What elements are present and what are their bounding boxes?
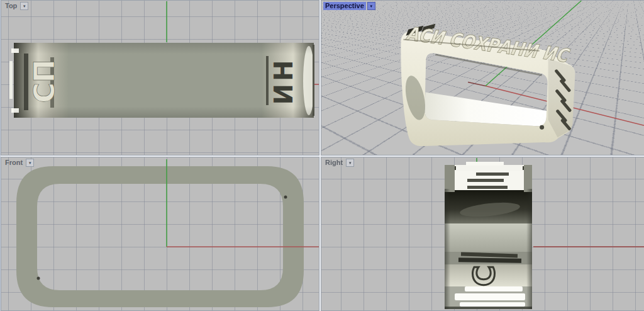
- viewport-right-menu-button[interactable]: ▼: [346, 159, 354, 167]
- viewport-top-title[interactable]: Top: [3, 2, 19, 10]
- front-view-model: [16, 166, 304, 307]
- viewport-right[interactable]: С Right: [321, 157, 644, 311]
- viewport-right-header: Right ▼: [323, 159, 354, 167]
- right-bottom-letter: С: [467, 265, 501, 286]
- top-view-canvas[interactable]: СП ИН: [1, 1, 319, 155]
- perspective-ring-model: АСИ СОХРАНИ ИС: [401, 23, 575, 146]
- viewport-perspective-menu-button[interactable]: ▼: [367, 2, 375, 10]
- viewport-top-header: Top ▼: [3, 2, 28, 10]
- chevron-down-icon: ▼: [369, 4, 373, 8]
- viewport-perspective-title[interactable]: Perspective: [323, 2, 366, 10]
- right-view-canvas[interactable]: С: [321, 157, 644, 310]
- cad-four-viewport-workspace: СП ИН Top ▼: [0, 0, 644, 311]
- front-view-canvas[interactable]: [1, 157, 319, 310]
- persp-axis-x-negative: [468, 82, 486, 86]
- chevron-down-icon: ▼: [28, 161, 32, 165]
- top-view-model: СП ИН: [9, 43, 314, 118]
- viewport-top-menu-button[interactable]: ▼: [20, 2, 28, 10]
- viewport-perspective[interactable]: АСИ СОХРАНИ ИС Perspective ▼: [321, 0, 644, 156]
- viewport-front-header: Front ▼: [3, 159, 34, 167]
- viewport-top[interactable]: СП ИН Top ▼: [1, 0, 319, 156]
- perspective-scene[interactable]: АСИ СОХРАНИ ИС: [321, 1, 644, 155]
- viewport-perspective-header: Perspective ▼: [323, 2, 375, 10]
- viewport-front[interactable]: Front ▼: [1, 157, 319, 311]
- chevron-down-icon: ▼: [23, 4, 26, 8]
- chevron-down-icon: ▼: [348, 161, 352, 165]
- viewport-right-title[interactable]: Right: [323, 159, 345, 167]
- perspective-canvas[interactable]: АСИ СОХРАНИ ИС: [321, 1, 644, 155]
- right-view-model: С: [445, 162, 532, 309]
- ring-corner-speck: [540, 125, 544, 130]
- viewport-front-menu-button[interactable]: ▼: [26, 159, 34, 167]
- viewport-front-title[interactable]: Front: [3, 159, 25, 167]
